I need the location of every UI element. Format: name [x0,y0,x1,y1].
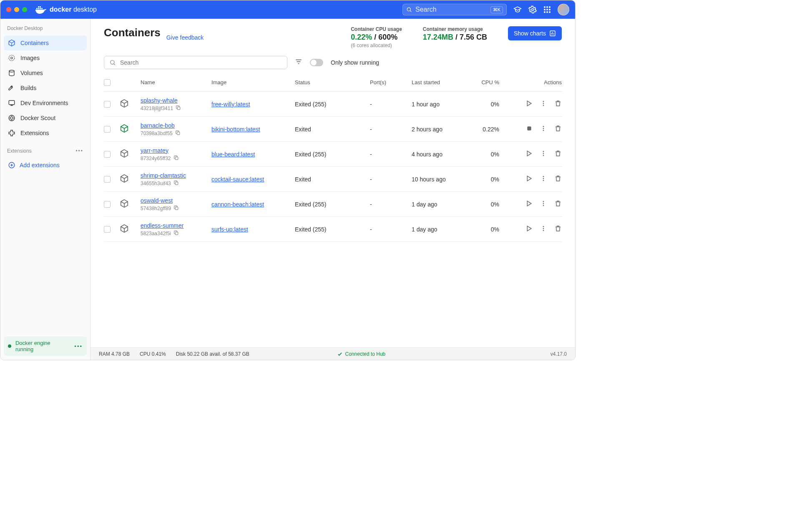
brand-light: desktop [73,6,97,13]
show-charts-button[interactable]: Show charts [508,26,562,40]
image-link[interactable]: cocktail-sauce:latest [211,176,264,183]
row-checkbox[interactable] [104,151,111,158]
sidebar-item-containers[interactable]: Containers [4,35,87,50]
engine-menu-icon[interactable]: ••• [74,343,83,349]
engine-status[interactable]: Docker engine running ••• [4,337,87,356]
cpu-metric: Container CPU usage 0.22% / 600% (6 core… [351,26,402,48]
container-ports: - [370,226,412,233]
footer-hub[interactable]: Connected to Hub [337,351,386,357]
trash-icon [554,100,562,107]
start-button[interactable] [525,150,533,159]
delete-button[interactable] [554,225,562,234]
svg-point-13 [549,9,551,10]
image-link[interactable]: bikini-bottom:latest [211,126,260,133]
table-row: barnacle-bob 70398a3bdf55 bikini-bottom:… [104,117,562,142]
image-link[interactable]: blue-beard:latest [211,151,255,158]
svg-point-27 [543,101,544,102]
container-cube-icon [120,124,129,133]
apps-grid-icon[interactable] [543,6,551,13]
sidebar-item-docker-scout[interactable]: Docker Scout [4,111,87,126]
container-name-link[interactable]: oswald-west [141,197,173,204]
start-button[interactable] [525,225,533,234]
col-name[interactable]: Name [141,79,211,85]
row-checkbox[interactable] [104,126,111,133]
row-menu-button[interactable] [540,150,547,158]
row-checkbox[interactable] [104,101,111,108]
delete-button[interactable] [554,200,562,209]
col-actions: Actions [499,79,562,85]
filter-button[interactable] [295,58,302,67]
row-checkbox[interactable] [104,226,111,233]
sidebar-item-builds[interactable]: Builds [4,80,87,95]
copy-hash-button[interactable] [173,180,179,187]
copy-icon [173,155,179,161]
container-name-link[interactable]: yarr-matey [141,147,168,154]
row-menu-button[interactable] [540,200,547,209]
container-search[interactable] [104,56,287,69]
container-hash: 34655h3uif43 [141,181,171,186]
container-name-link[interactable]: endless-summer [141,222,184,229]
play-icon [525,100,533,107]
row-menu-button[interactable] [540,225,547,234]
row-menu-button[interactable] [540,125,547,133]
row-checkbox[interactable] [104,201,111,208]
add-extensions[interactable]: Add extensions [4,158,87,172]
image-link[interactable]: cannon-beach:latest [211,201,264,208]
row-checkbox[interactable] [104,176,111,183]
give-feedback-link[interactable]: Give feedback [166,34,204,41]
copy-hash-button[interactable] [173,230,179,237]
global-search[interactable]: Search ⌘K [402,4,507,15]
copy-hash-button[interactable] [175,130,181,137]
delete-button[interactable] [554,125,562,134]
container-name-link[interactable]: shrimp-clamtastic [141,172,186,179]
col-last[interactable]: Last started [412,79,466,85]
col-status[interactable]: Status [295,79,370,85]
copy-hash-button[interactable] [173,205,179,212]
trash-icon [554,125,562,132]
container-name-link[interactable]: barnacle-bob [141,122,175,129]
svg-rect-30 [177,132,180,135]
docker-whale-icon [35,5,46,14]
user-avatar[interactable] [558,4,569,15]
stop-button[interactable] [526,125,533,133]
col-ports[interactable]: Port(s) [370,79,412,85]
graduation-icon[interactable] [513,5,522,14]
svg-point-12 [546,9,548,10]
row-menu-button[interactable] [540,175,547,183]
only-running-toggle[interactable] [310,59,323,66]
image-link[interactable]: free-willy:latest [211,101,250,108]
container-status: Exited (255) [295,151,370,158]
start-button[interactable] [525,100,533,109]
start-button[interactable] [525,200,533,209]
sidebar-item-volumes[interactable]: Volumes [4,65,87,80]
close-window[interactable] [6,7,11,12]
delete-button[interactable] [554,175,562,184]
extensions-menu-icon[interactable]: ••• [75,148,83,154]
sidebar-item-label: Containers [20,40,49,46]
row-menu-button[interactable] [540,100,547,108]
delete-button[interactable] [554,100,562,109]
container-search-input[interactable] [120,59,282,66]
sidebar-item-images[interactable]: Images [4,50,87,65]
table-row: shrimp-clamtastic 34655h3uif43 cocktail-… [104,167,562,192]
settings-icon[interactable] [528,5,537,14]
sidebar-item-extensions[interactable]: Extensions [4,126,87,141]
copy-hash-button[interactable] [176,105,181,112]
start-button[interactable] [525,175,533,184]
delete-button[interactable] [554,150,562,159]
select-all-checkbox[interactable] [104,79,111,86]
extensions-icon [8,129,15,137]
svg-rect-20 [9,100,15,105]
image-link[interactable]: surfs-up:latest [211,226,248,233]
col-cpu[interactable]: CPU % [466,79,499,85]
svg-point-25 [111,60,114,64]
svg-point-38 [543,155,544,156]
col-image[interactable]: Image [211,79,295,85]
sidebar-item-dev-environments[interactable]: Dev Environments [4,95,87,111]
container-cube-icon [120,199,129,208]
container-name-link[interactable]: splashy-whale [141,97,178,104]
plus-circle-icon [8,161,15,169]
copy-hash-button[interactable] [173,155,179,162]
zoom-window[interactable] [22,7,27,12]
minimize-window[interactable] [14,7,19,12]
